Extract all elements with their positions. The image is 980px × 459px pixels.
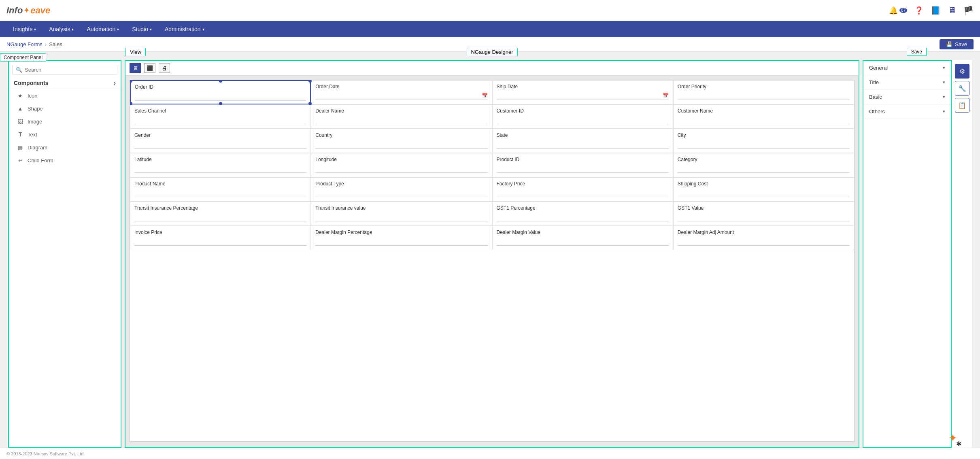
canvas-tool-print[interactable]: 🖨: [159, 63, 170, 73]
section-title-header[interactable]: Title ▾: [863, 75, 951, 89]
field-label-customer-id: Customer ID: [497, 108, 669, 114]
help-icon[interactable]: ❓: [914, 6, 923, 15]
form-field-order-date[interactable]: Order Date 📅: [311, 80, 492, 104]
general-tab-button[interactable]: ⚙: [955, 64, 969, 79]
search-input[interactable]: [25, 67, 114, 73]
asterisk-icon: ✱: [956, 440, 961, 447]
canvas-tool-monitor[interactable]: 🖥: [130, 63, 141, 73]
book-icon[interactable]: 📘: [931, 6, 941, 15]
nav-item-analysis[interactable]: Analysis ▾: [43, 23, 80, 36]
form-field-sales-channel[interactable]: Sales Channel: [130, 104, 311, 129]
text-component-icon: T: [17, 131, 23, 138]
form-field-gst1-value[interactable]: GST1 Value: [673, 202, 854, 226]
form-row-6: Invoice Price Dealer Margin Percentage D…: [130, 226, 854, 250]
nav-item-studio[interactable]: Studio ▾: [125, 23, 158, 36]
logo-weave: eave: [30, 5, 50, 16]
form-field-dealer-name[interactable]: Dealer Name: [311, 104, 492, 129]
save-button[interactable]: 💾 Save: [940, 39, 974, 49]
component-item-icon[interactable]: ★ Icon: [9, 89, 121, 102]
footer: © 2013-2023 Noesys Software Pvt. Ltd.: [0, 448, 980, 459]
form-field-gender[interactable]: Gender: [130, 129, 311, 153]
form-field-product-type[interactable]: Product Type: [311, 177, 492, 202]
section-basic-header[interactable]: Basic ▾: [863, 90, 951, 104]
chevron-right-icon: ›: [114, 80, 116, 86]
form-field-order-id[interactable]: Order ID: [130, 80, 311, 104]
notification-bell[interactable]: 🔔 87: [889, 6, 907, 15]
section-title: Title ▾: [863, 75, 951, 90]
gear-icon: ⚙: [959, 68, 965, 75]
monitor-icon[interactable]: 🖥: [948, 6, 956, 15]
task-config-tab-button[interactable]: 📋: [955, 98, 969, 113]
chevron-down-icon: ▾: [150, 27, 152, 32]
form-row-5: Transit Insurance Percentage Transit Ins…: [130, 202, 854, 226]
form-field-transit-insurance-val[interactable]: Transit Insurance value: [311, 202, 492, 226]
form-field-customer-name[interactable]: Customer Name: [673, 104, 854, 129]
right-panel: Save Setup Task Configuration General ▾: [863, 60, 952, 448]
form-field-longitude[interactable]: Longitude: [311, 153, 492, 177]
form-row-4: Product Name Product Type Factory Price …: [130, 177, 854, 202]
form-field-dealer-margin-pct[interactable]: Dealer Margin Percentage: [311, 226, 492, 250]
canvas-toolbar: 🖥 ⬛ 🖨: [125, 61, 859, 76]
breadcrumb-ngauge-forms[interactable]: NGauge Forms: [6, 41, 43, 47]
image-component-icon: 🖼: [17, 118, 23, 125]
flag-icon[interactable]: 🏴: [963, 6, 974, 15]
form-field-customer-id[interactable]: Customer ID: [492, 104, 673, 129]
field-label-latitude: Latitude: [134, 157, 306, 162]
field-label-product-name: Product Name: [134, 181, 306, 187]
field-label-city: City: [678, 132, 850, 138]
setup-tab-button[interactable]: 🔧: [955, 81, 969, 96]
form-field-state[interactable]: State: [492, 129, 673, 153]
component-item-child-form[interactable]: ↩ Child Form: [9, 154, 121, 167]
chevron-down-icon: ▾: [72, 27, 74, 32]
search-icon: 🔍: [16, 67, 22, 73]
component-item-image[interactable]: 🖼 Image: [9, 115, 121, 128]
form-field-factory-price[interactable]: Factory Price: [492, 177, 673, 202]
form-field-city[interactable]: City: [673, 129, 854, 153]
form-field-dealer-margin-val[interactable]: Dealer Margin Value: [492, 226, 673, 250]
section-others: Others ▾: [863, 104, 951, 119]
logo-info: Info: [6, 5, 23, 16]
field-input-order-id[interactable]: [135, 91, 306, 100]
calendar-icon-order-date: 📅: [482, 93, 488, 98]
field-label-product-type: Product Type: [315, 181, 487, 187]
form-field-gst1-pct[interactable]: GST1 Percentage: [492, 202, 673, 226]
main-content: Component Panel 🔍 Components › ★ Icon ▲ …: [0, 52, 980, 448]
form-field-invoice-price[interactable]: Invoice Price: [130, 226, 311, 250]
section-general-header[interactable]: General ▾: [863, 61, 951, 75]
section-others-header[interactable]: Others ▾: [863, 104, 951, 119]
form-field-shipping-cost[interactable]: Shipping Cost: [673, 177, 854, 202]
bell-icon: 🔔: [889, 6, 898, 15]
nav-item-insights[interactable]: Insights ▾: [6, 23, 43, 36]
components-header: Components ›: [9, 77, 121, 89]
search-box[interactable]: 🔍: [12, 65, 117, 75]
form-field-category[interactable]: Category: [673, 153, 854, 177]
form-field-dealer-margin-adj[interactable]: Dealer Margin Adj Amount: [673, 226, 854, 250]
form-row-0: Order ID Order Date 📅 Ship Date 📅: [130, 80, 854, 104]
chevron-down-icon: ▾: [943, 109, 945, 114]
form-field-ship-date[interactable]: Ship Date 📅: [492, 80, 673, 104]
field-label-category: Category: [678, 157, 850, 162]
field-label-order-id: Order ID: [135, 84, 306, 90]
save-callout: Save: [907, 48, 927, 56]
form-field-product-name[interactable]: Product Name: [130, 177, 311, 202]
form-field-transit-insurance-pct[interactable]: Transit Insurance Percentage: [130, 202, 311, 226]
canvas-tool-square[interactable]: ⬛: [144, 63, 155, 73]
breadcrumb-separator: ›: [45, 41, 47, 47]
form-field-product-id[interactable]: Product ID: [492, 153, 673, 177]
chevron-down-icon: ▾: [943, 65, 945, 70]
shape-component-icon: ▲: [17, 105, 23, 112]
bottom-right-asterisk: ✱: [956, 440, 961, 448]
nav-item-automation[interactable]: Automation ▾: [80, 23, 125, 36]
component-item-diagram[interactable]: ▦ Diagram: [9, 141, 121, 154]
component-item-text[interactable]: T Text: [9, 128, 121, 141]
component-item-shape[interactable]: ▲ Shape: [9, 102, 121, 115]
form-field-latitude[interactable]: Latitude: [130, 153, 311, 177]
field-label-transit-insurance-val: Transit Insurance value: [315, 205, 487, 211]
form-field-order-priority[interactable]: Order Priority: [673, 80, 854, 104]
notification-count: 87: [899, 8, 907, 13]
nav-item-administration[interactable]: Administration ▾: [158, 23, 211, 36]
form-field-country[interactable]: Country: [311, 129, 492, 153]
breadcrumb-sales: Sales: [49, 41, 62, 47]
field-label-dealer-margin-adj: Dealer Margin Adj Amount: [678, 230, 850, 235]
ngauge-designer-label: NGauge Designer: [466, 48, 517, 56]
